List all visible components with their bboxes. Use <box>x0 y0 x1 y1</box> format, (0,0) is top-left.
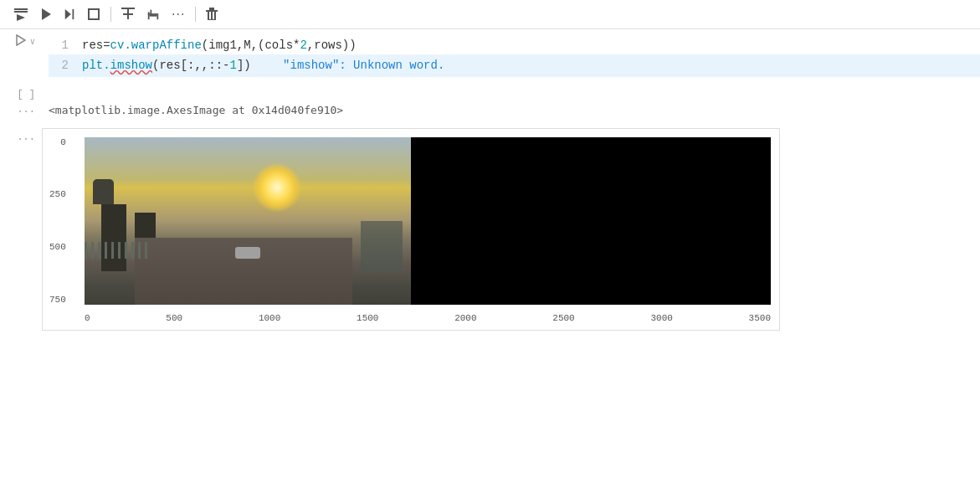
svg-rect-0 <box>14 8 28 10</box>
x-label-3000: 3000 <box>650 313 672 323</box>
more-options-button[interactable]: ··· <box>168 5 188 23</box>
svg-rect-10 <box>148 12 150 19</box>
plot-image-right <box>411 137 771 305</box>
expand-icon: ∨ <box>29 36 35 47</box>
x-label-2500: 2500 <box>552 313 574 323</box>
svg-marker-4 <box>65 9 71 19</box>
code-token: ,rows)) <box>307 39 357 52</box>
line-content-1[interactable]: res=cv.warpAffine(img1,M,(cols*2,rows)) <box>82 36 980 54</box>
svg-rect-9 <box>121 8 135 9</box>
output-bracket: [ ] <box>17 89 35 100</box>
code-token: (img1,M,(cols <box>202 39 293 52</box>
plot-image-area: 0 250 500 750 0 500 1000 1500 2000 2500 … <box>85 137 771 305</box>
y-label-750: 750 <box>49 295 66 305</box>
code-line-2: 2 plt.imshow(res[:,,::-1]) "imshow": Unk… <box>49 54 980 76</box>
code-area: 1 res=cv.warpAffine(img1,M,(cols*2,rows)… <box>42 33 980 80</box>
cell-run-gutter: ∨ <box>0 29 42 50</box>
text-output-content: <matplotlib.image.AxesImage at 0x14d040f… <box>42 100 980 120</box>
interrupt-button[interactable] <box>84 6 104 23</box>
output-bracket-gutter: [ ] <box>0 85 42 100</box>
code-token: cv.warpAffine <box>110 39 202 52</box>
code-token: res= <box>82 39 110 52</box>
insert-above-button[interactable] <box>118 6 138 23</box>
code-token: 1 <box>229 59 236 72</box>
svg-rect-8 <box>127 9 129 19</box>
code-cell-content: 1 res=cv.warpAffine(img1,M,(cols*2,rows)… <box>42 29 980 84</box>
output-bracket-content <box>42 85 980 92</box>
svg-marker-3 <box>42 8 51 20</box>
y-label-250: 250 <box>49 189 66 199</box>
line-number-2: 2 <box>49 56 69 75</box>
toolbar-separator-1 <box>110 7 111 22</box>
tooltip-text: "imshow": Unknown word. <box>283 59 444 72</box>
cell-toolbar: ··· <box>0 0 980 29</box>
toolbar-separator-2 <box>195 7 196 22</box>
text-output-row: ... <matplotlib.image.AxesImage at 0x14d… <box>0 99 980 121</box>
svg-rect-6 <box>89 9 99 19</box>
ellipsis-output-1: ... <box>17 104 35 116</box>
line-number-1: 1 <box>49 36 69 54</box>
code-token: ]) <box>237 59 251 72</box>
x-label-1000: 1000 <box>259 313 280 323</box>
ellipsis-icon: ··· <box>172 7 185 22</box>
code-cell-row: ∨ 1 res=cv.warpAffine(img1,M,(cols*2,row… <box>0 29 980 84</box>
delete-cell-button[interactable] <box>203 6 221 23</box>
svg-marker-2 <box>17 14 25 21</box>
line-content-2[interactable]: plt.imshow(res[:,,::-1]) "imshow": Unkno… <box>82 56 980 75</box>
svg-rect-1 <box>14 11 28 13</box>
plot-container: 0 250 500 750 0 500 1000 1500 2000 2500 … <box>42 128 963 334</box>
plot-output-gutter: ... <box>0 128 42 143</box>
x-axis-labels: 0 500 1000 1500 2000 2500 3000 3500 <box>85 313 771 323</box>
svg-rect-13 <box>148 13 158 15</box>
svg-rect-14 <box>150 10 151 16</box>
code-line-1: 1 res=cv.warpAffine(img1,M,(cols*2,rows)… <box>49 36 980 54</box>
svg-rect-18 <box>211 11 213 20</box>
code-token: (res[:, <box>152 59 202 72</box>
run-all-above-button[interactable] <box>10 6 32 23</box>
svg-rect-19 <box>214 11 216 20</box>
run-cell-button[interactable] <box>37 6 55 23</box>
y-axis-labels: 0 250 500 750 <box>49 137 66 305</box>
x-label-500: 500 <box>166 313 182 323</box>
x-label-1500: 1500 <box>357 313 378 323</box>
run-and-advance-button[interactable] <box>60 6 79 23</box>
svg-rect-20 <box>208 19 216 20</box>
x-label-2000: 2000 <box>454 313 476 323</box>
x-label-0: 0 <box>85 313 90 323</box>
code-token: plt. <box>82 59 110 72</box>
code-token: 2 <box>300 39 306 52</box>
svg-rect-5 <box>73 9 74 19</box>
insert-below-button[interactable] <box>143 6 163 23</box>
y-label-0: 0 <box>49 137 66 147</box>
ellipsis-output-2: ... <box>17 131 35 143</box>
x-label-3500: 3500 <box>749 313 771 323</box>
svg-rect-17 <box>208 11 209 20</box>
svg-rect-12 <box>156 15 158 19</box>
plot-image-left <box>85 137 411 305</box>
plot-box: 0 250 500 750 0 500 1000 1500 2000 2500 … <box>42 128 780 331</box>
code-token-squiggly: imshow <box>110 59 152 72</box>
cell-run-button[interactable] <box>14 33 28 50</box>
plot-output-row: ... <box>0 121 980 341</box>
y-label-500: 500 <box>49 242 66 252</box>
svg-marker-21 <box>17 35 25 45</box>
notebook-container: ··· ∨ <box>0 0 980 478</box>
text-output-gutter: ... <box>0 100 42 116</box>
code-token: ,:: <box>202 59 223 72</box>
svg-rect-16 <box>209 8 214 10</box>
